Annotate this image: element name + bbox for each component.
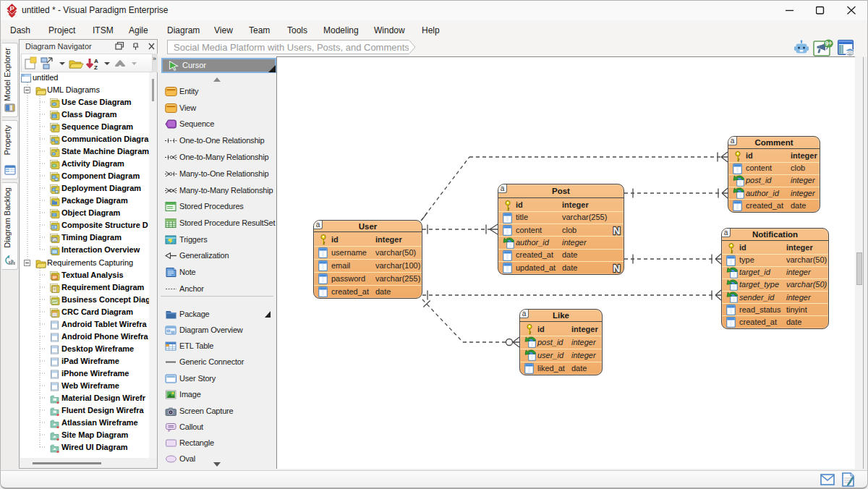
- svg-text:P: P: [9, 4, 14, 12]
- svg-text:Z: Z: [94, 64, 98, 71]
- svg-text:A: A: [94, 58, 98, 64]
- svg-text:9+: 9+: [825, 40, 833, 47]
